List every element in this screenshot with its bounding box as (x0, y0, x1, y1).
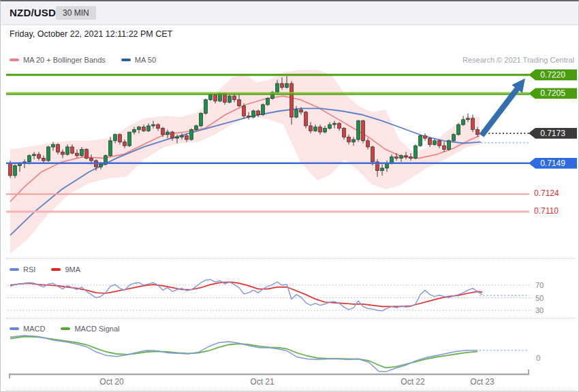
panel-separator-bottom (6, 390, 576, 391)
price-label-0.7110: 0.7110 (534, 206, 559, 216)
macd-zero-label: 0 (536, 354, 540, 362)
legend-item-ma20: MA 20 + Bollinger Bands (10, 56, 106, 64)
rsi-level-70: 70 (535, 281, 544, 289)
macd-swatch-icon (10, 327, 19, 330)
rsi-9ma-swatch-icon (51, 268, 61, 271)
legend-item-9ma: 9MA (51, 265, 80, 274)
rsi-panel-layer (7, 280, 532, 311)
x-axis-label-oct-21: Oct 21 (250, 377, 274, 387)
macd-signal-swatch-icon (61, 327, 70, 330)
trading-central-chart-window: NZD/USD 30 MIN Friday, October 22, 2021 … (0, 0, 579, 392)
macd-panel-layer (10, 336, 478, 372)
price-label-0.7124: 0.7124 (534, 189, 559, 198)
macd-legend: MACD MACD Signal (10, 325, 133, 333)
ma20-bollinger-swatch-icon (10, 59, 19, 61)
ma50-label: MA 50 (135, 56, 156, 64)
x-axis-label-oct-23: Oct 23 (470, 377, 494, 387)
rsi-label: RSI (23, 265, 35, 274)
rsi-level-30: 30 (535, 306, 544, 314)
rsi-9ma-label: 9MA (65, 265, 80, 274)
legend-item-macd: MACD (10, 325, 45, 333)
x-axis-label-oct-22: Oct 22 (401, 377, 424, 387)
panel-separator-rsi (6, 258, 576, 259)
main-chart-legend: MA 20 + Bollinger Bands MA 50 (10, 56, 170, 64)
macd-label: MACD (23, 325, 45, 333)
bollinger-band-area (10, 70, 480, 254)
ma20-bollinger-label: MA 20 + Bollinger Bands (23, 56, 106, 64)
legend-item-ma50: MA 50 (121, 56, 156, 64)
ma50-swatch-icon (121, 59, 131, 61)
macd-signal-label: MACD Signal (74, 325, 119, 333)
legend-item-rsi: RSI (10, 265, 35, 274)
price-tag-0.7173: 0.7173 (529, 128, 577, 139)
legend-item-macd-signal: MACD Signal (61, 325, 119, 333)
rsi-level-50: 50 (535, 294, 544, 302)
bullish-forecast-arrow (482, 84, 521, 135)
price-tag-0.7149: 0.7149 (529, 158, 577, 169)
price-tag-0.7205: 0.7205 (529, 88, 577, 99)
panel-separator-macd (6, 318, 576, 318)
price-tag-0.7220: 0.7220 (529, 69, 577, 80)
rsi-swatch-icon (10, 268, 19, 271)
x-axis-label-oct-20: Oct 20 (99, 377, 123, 387)
research-copyright-note: Research © 2021 Trading Central (463, 56, 574, 64)
rsi-legend: RSI 9MA (10, 265, 94, 274)
